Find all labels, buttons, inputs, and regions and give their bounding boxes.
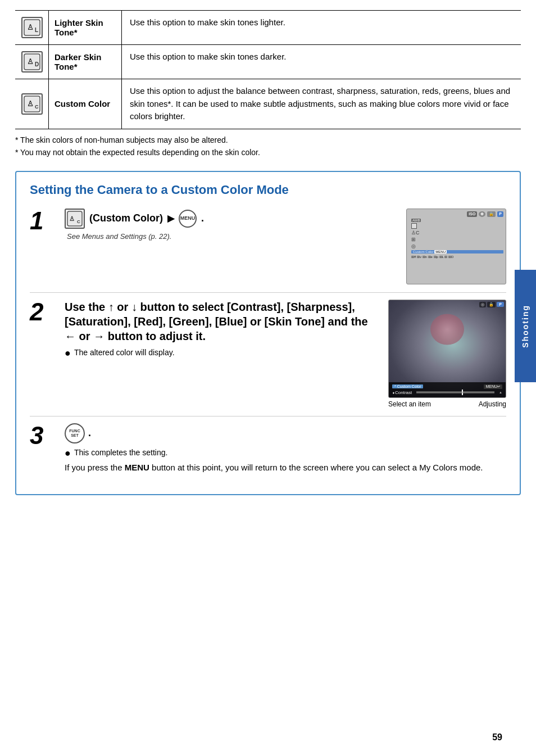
custom-color-label: Custom Color [49, 79, 122, 129]
step-1-arrow: ▶ [167, 212, 174, 225]
step-3: 3 FUNCSET . ● This completes the setting… [30, 423, 506, 474]
step-3-bullet: ● This completes the setting. [65, 448, 506, 458]
svg-text:C: C [77, 219, 80, 224]
sidebar-shooting: Shooting [515, 270, 536, 382]
darker-skin-label: Darker Skin Tone* [49, 45, 122, 79]
step-1-instruction: ♙ C (Custom Color) ▶ MENU . See Menus an… [65, 209, 399, 242]
step-2: 2 Use the ↑ or ↓ button to select [Contr… [30, 300, 506, 408]
svg-text:L: L [35, 27, 38, 33]
lighter-skin-desc: Use this option to make skin tones light… [122, 11, 521, 44]
step-divider-2 [30, 416, 506, 417]
select-item-label: Select an item [388, 400, 431, 408]
blue-box-title: Setting the Camera to a Custom Color Mod… [30, 182, 506, 198]
up-arrow-icon: ↑ [108, 301, 114, 313]
table-row: ♙ D Darker Skin Tone* Use this option to… [15, 45, 521, 79]
table-row: ♙ L Lighter Skin Tone* Use this option t… [15, 11, 521, 45]
step-3-number: 3 [30, 423, 58, 448]
step-1-period: . [201, 211, 204, 226]
svg-text:♙: ♙ [27, 57, 34, 66]
sidebar-label-text: Shooting [521, 305, 530, 348]
step-2-number: 2 [30, 300, 58, 324]
down-arrow-icon: ↓ [131, 301, 137, 313]
skin-tone-table: ♙ L Lighter Skin Tone* Use this option t… [15, 10, 521, 129]
bullet-dot: ● [65, 348, 71, 358]
svg-text:♙: ♙ [27, 23, 34, 31]
svg-text:♙: ♙ [27, 99, 34, 108]
step-3-bullet-text: This completes the setting. [74, 448, 168, 457]
step-2-main-text: Use the ↑ or ↓ button to select [Contras… [65, 300, 379, 343]
svg-text:D: D [35, 61, 39, 67]
step-2-bullet: ● The altered color will display. [65, 348, 379, 358]
step-1-menu-circle: MENU [179, 210, 197, 228]
step-3-period: . [88, 427, 91, 439]
step-3-bullet-dot: ● [65, 448, 71, 458]
step-2-image-labels: Select an item Adjusting [388, 400, 506, 408]
step-1-content: ♙ C (Custom Color) ▶ MENU . See Menus an… [65, 209, 399, 284]
svg-text:C: C [35, 104, 39, 110]
darker-skin-icon: ♙ D [15, 45, 49, 79]
step-1-number: 1 [30, 209, 58, 284]
lighter-skin-label: Lighter Skin Tone* [49, 11, 122, 44]
step-3-extra-text: If you press the MENU button at this poi… [65, 461, 506, 474]
blue-box: Setting the Camera to a Custom Color Mod… [15, 171, 521, 495]
table-row: ♙ C Custom Color Use this option to adju… [15, 79, 521, 129]
step-1-image: ISO ⊕ 🔒 P AWB ♙C ⊞ ◎ Custom Color MENU ⊞… [406, 209, 506, 284]
footnote-2: * You may not obtain the expected result… [15, 146, 521, 159]
step-divider-1 [30, 292, 506, 293]
svg-text:♙: ♙ [69, 215, 75, 222]
footnote-1: * The skin colors of non-human subjects … [15, 134, 521, 146]
step-3-content: FUNCSET . ● This completes the setting. … [65, 423, 506, 474]
adjusting-label: Adjusting [479, 400, 506, 408]
right-arrow-icon: → [93, 330, 105, 342]
footnotes: * The skin colors of non-human subjects … [15, 134, 521, 159]
custom-color-step1-icon: ♙ C [65, 209, 85, 229]
custom-color-icon: ♙ C [15, 79, 49, 129]
darker-skin-desc: Use this option to make skin tones darke… [122, 45, 521, 79]
func-set-icon: FUNCSET [65, 423, 85, 443]
step-2-image-container: ◎ 🔒 P * Custom Color MENU↵ ⬧Contrast [388, 300, 506, 408]
step-1-note: See Menus and Settings (p. 22). [67, 231, 399, 242]
step-1-custom-color-label: (Custom Color) [89, 211, 163, 226]
func-set-label: FUNCSET [69, 429, 80, 437]
left-arrow-icon: ← [65, 330, 76, 342]
lighter-skin-icon: ♙ L [15, 11, 49, 44]
page-number: 59 [492, 732, 502, 743]
step-2-bullet-text: The altered color will display. [74, 348, 175, 357]
step-2-content: Use the ↑ or ↓ button to select [Contras… [65, 300, 379, 358]
custom-color-desc: Use this option to adjust the balance be… [122, 79, 521, 129]
step-1: 1 ♙ C (Custom Color) ▶ MENU . S [30, 209, 506, 284]
